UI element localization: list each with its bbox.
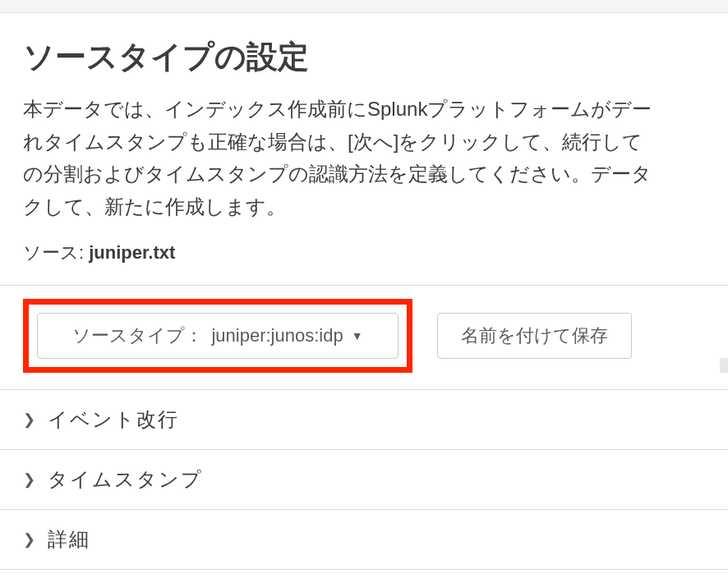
top-bar (0, 0, 728, 13)
description-line: 本データでは、インデックス作成前にSplunkプラットフォームがデー (23, 93, 705, 126)
content-area: ソースタイプの設定 本データでは、インデックス作成前にSplunkプラットフォー… (0, 13, 728, 265)
source-label-text: ソース: (23, 242, 84, 263)
caret-down-icon: ▼ (352, 329, 363, 342)
source-filename: juniper.txt (89, 242, 175, 263)
chevron-right-icon: ❯ (23, 411, 33, 429)
accordion-label: イベント改行 (48, 406, 179, 433)
chevron-right-icon: ❯ (23, 470, 33, 489)
description-text: 本データでは、インデックス作成前にSplunkプラットフォームがデー れタイムス… (23, 93, 705, 222)
sourcetype-dropdown[interactable]: ソースタイプ： juniper:junos:idp ▼ (37, 313, 399, 359)
description-line: の分割およびタイムスタンプの認識方法を定義してください。データ (23, 158, 705, 190)
accordion-list: ❯ イベント改行 ❯ タイムスタンプ ❯ 詳細 (0, 389, 728, 570)
controls-row: ソースタイプ： juniper:junos:idp ▼ 名前を付けて保存 (0, 285, 728, 389)
highlight-annotation: ソースタイプ： juniper:junos:idp ▼ (23, 299, 412, 373)
accordion-item-event-break[interactable]: ❯ イベント改行 (0, 390, 728, 450)
accordion-item-timestamp[interactable]: ❯ タイムスタンプ (0, 450, 728, 510)
description-line: れタイムスタンプも正確な場合は、[次へ]をクリックして、続行して (23, 126, 705, 158)
chevron-right-icon: ❯ (23, 530, 33, 548)
sourcetype-value: juniper:junos:idp (211, 325, 343, 346)
accordion-label: タイムスタンプ (48, 466, 203, 493)
sourcetype-label-text: ソースタイプ： (72, 323, 203, 348)
save-as-button[interactable]: 名前を付けて保存 (437, 313, 632, 359)
scrollbar-hint[interactable] (720, 358, 728, 373)
accordion-label: 詳細 (48, 526, 90, 553)
description-line: クして、新たに作成します。 (23, 190, 705, 223)
source-label: ソース: juniper.txt (23, 241, 705, 265)
page-title: ソースタイプの設定 (23, 36, 705, 78)
accordion-item-detail[interactable]: ❯ 詳細 (0, 510, 728, 570)
